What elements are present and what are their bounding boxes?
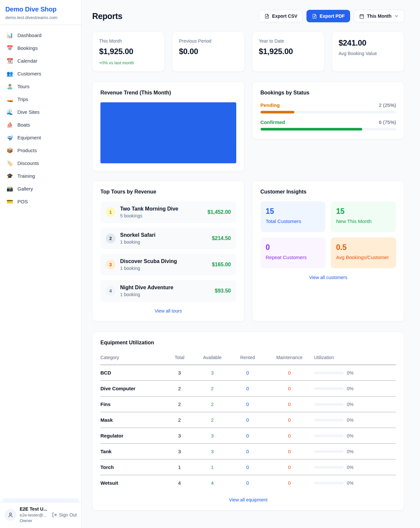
insights-row: Top Tours by Revenue 1 Two Tank Morning … [92, 181, 404, 322]
cell-utilization: 0% [347, 465, 353, 470]
table-row: Dive Computer 2 2 0 0 0% [100, 381, 396, 396]
user-role: Owner [20, 518, 49, 524]
cell-maintenance: 0 [265, 459, 314, 475]
utilization-bar-track [314, 450, 344, 453]
sidebar-item-reports-partial[interactable] [3, 498, 79, 502]
sidebar-item-bookings[interactable]: 📅 Bookings [3, 42, 79, 54]
user-meta: E2E Test U... e2e-tester@... Owner [20, 506, 49, 524]
speedboat-icon: 🚤 [7, 96, 13, 102]
status-list: Pending 2 (25%) Confirmed 6 (75%) [261, 102, 396, 131]
tour-amount: $1,452.00 [207, 209, 231, 215]
revenue-trend-card: Revenue Trend (This Month) [92, 82, 244, 172]
table-row: Regulator 3 3 0 0 0% [100, 428, 396, 444]
stat-card-year-to-date: Year to Date $1,925.00 [252, 31, 325, 72]
sidebar-item-trips[interactable]: 🚤 Trips [3, 93, 79, 106]
insight-tile: 15 Total Customers [261, 201, 326, 232]
stat-card-avg-booking-value: $241.00 Avg Booking Value [332, 31, 404, 72]
sidebar-item-boats[interactable]: ⛵ Boats [3, 118, 79, 131]
cell-rented: 0 [230, 396, 265, 412]
column-header-total: Total [165, 352, 194, 365]
insight-value: 15 [266, 207, 321, 216]
cell-rented: 0 [230, 412, 265, 428]
table-row: Mask 2 2 0 0 0% [100, 412, 396, 428]
column-header-category: Category [100, 352, 165, 365]
insight-label: New This Month [336, 218, 391, 224]
charts-row: Revenue Trend (This Month) Bookings by S… [92, 82, 404, 172]
view-all-customers-link[interactable]: View all customers [261, 275, 396, 280]
header-actions: Export CSV Export PDF This Month [259, 10, 404, 22]
sidebar-item-gallery[interactable]: 📸 Gallery [3, 182, 79, 195]
cell-category: BCD [100, 365, 165, 381]
period-label: This Month [367, 13, 391, 19]
cell-rented: 0 [230, 475, 265, 491]
view-all-equipment-link[interactable]: View all equipment [100, 497, 396, 502]
stat-label: Avg Booking Value [339, 51, 397, 56]
tour-row: 4 Night Dive Adventure 1 booking $93.50 [100, 280, 236, 302]
bookings-by-status-card: Bookings by Status Pending 2 (25%) [252, 82, 405, 139]
user-panel: E2E Test U... e2e-tester@... Owner Sign … [0, 502, 81, 528]
table-row: Torch 1 1 0 0 0% [100, 459, 396, 475]
tour-name: Two Tank Morning Dive [120, 206, 178, 212]
insight-tile: 0 Repeat Customers [261, 237, 326, 268]
cell-maintenance: 0 [265, 381, 314, 396]
stat-delta: +0% vs last month [99, 60, 158, 65]
tour-row: 1 Two Tank Morning Dive 5 bookings $1,45… [100, 201, 236, 223]
table-header-row: Category Total Available Rented Maintena… [100, 352, 396, 365]
utilization-bar-track [314, 435, 344, 437]
cell-maintenance: 0 [265, 412, 314, 428]
status-value: 2 (25%) [379, 102, 396, 108]
island-icon: 🏝️ [7, 83, 13, 90]
cell-rented: 0 [230, 381, 265, 396]
person-icon [8, 512, 13, 518]
rank-badge: 4 [106, 286, 116, 296]
sidebar-item-customers[interactable]: 👥 Customers [3, 67, 79, 80]
user-email: e2e-tester@... [20, 512, 49, 518]
stat-value: $0.00 [179, 47, 238, 56]
sign-out-button[interactable]: Sign Out [52, 512, 77, 518]
app-window: Demo Dive Shop demo.test.divestreams.com… [0, 0, 420, 528]
cell-total: 2 [165, 412, 194, 428]
view-all-tours-link[interactable]: View all tours [100, 308, 236, 314]
cell-utilization: 0% [347, 370, 353, 376]
sidebar-item-tours[interactable]: 🏝️ Tours [3, 80, 79, 93]
cell-rented: 0 [230, 444, 265, 459]
rank-badge: 2 [106, 234, 116, 243]
cell-total: 3 [165, 428, 194, 444]
tear-off-calendar-icon: 📆 [7, 58, 13, 64]
label-tag-icon: 🏷️ [7, 160, 13, 166]
sidebar-item-dashboard[interactable]: 📊 Dashboard [3, 29, 79, 42]
rank-badge: 3 [106, 260, 116, 270]
insight-value: 0.5 [336, 243, 391, 252]
cell-category: Tank [100, 444, 165, 459]
sidebar-item-dive-sites[interactable]: 🌊 Dive Sites [3, 106, 79, 118]
cell-total: 2 [165, 396, 194, 412]
column-header-utilization: Utilization [314, 352, 396, 365]
cell-utilization: 0% [347, 480, 353, 486]
sidebar-item-training[interactable]: 🎓 Training [3, 170, 79, 182]
sidebar-item-label: Gallery [17, 186, 33, 192]
top-tours-title: Top Tours by Revenue [100, 189, 236, 195]
stat-label: Year to Date [259, 38, 318, 44]
status-row: Confirmed 6 (75%) [261, 119, 396, 131]
period-dropdown[interactable]: This Month [354, 10, 404, 22]
people-icon: 👥 [7, 71, 13, 77]
cell-available: 1 [194, 459, 230, 475]
revenue-trend-title: Revenue Trend (This Month) [100, 90, 236, 96]
sidebar-item-label: Customers [17, 71, 41, 76]
status-bar-fill [261, 128, 362, 131]
sidebar-item-products[interactable]: 📦 Products [3, 144, 79, 157]
table-row: Fins 2 2 0 0 0% [100, 396, 396, 412]
cell-category: Fins [100, 396, 165, 412]
export-pdf-button[interactable]: Export PDF [306, 10, 350, 22]
sidebar-item-equipment[interactable]: 🤿 Equipment [3, 131, 79, 144]
calendar-date-icon: 📅 [7, 45, 13, 51]
cell-utilization: 0% [347, 433, 353, 438]
sidebar-item-pos[interactable]: 💳 POS [3, 195, 79, 208]
export-csv-button[interactable]: Export CSV [259, 10, 303, 22]
brand-name[interactable]: Demo Dive Shop [5, 6, 76, 13]
sidebar-item-discounts[interactable]: 🏷️ Discounts [3, 157, 79, 170]
file-down-icon [264, 14, 269, 19]
sidebar-item-calendar[interactable]: 📆 Calendar [3, 54, 79, 67]
cell-maintenance: 0 [265, 396, 314, 412]
cell-total: 3 [165, 365, 194, 381]
